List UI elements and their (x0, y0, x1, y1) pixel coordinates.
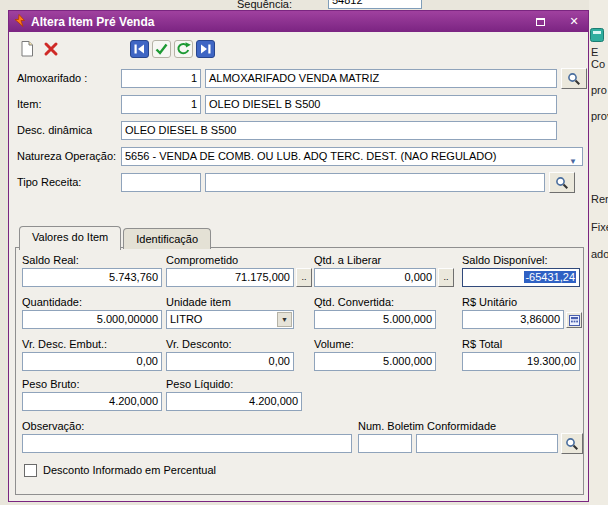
almoxarifado-name-field[interactable]: ALMOXARIFADO VENDA MATRIZ (205, 69, 557, 88)
background-text-fragment: ados (591, 248, 608, 260)
desconto-percentual-checkbox[interactable] (24, 464, 37, 477)
last-record-icon (196, 40, 215, 58)
tipo-receita-label: Tipo Receita: (17, 176, 81, 188)
maximize-icon (536, 18, 545, 26)
tipo-receita-code-field[interactable] (121, 173, 201, 192)
tipo-receita-name-field[interactable] (205, 173, 545, 192)
qtd-a-liberar-label: Qtd. a Liberar (314, 254, 381, 266)
chevron-down-icon: ▼ (277, 312, 292, 327)
vr-desconto-field[interactable]: 0,00 (166, 352, 294, 371)
unidade-item-value: LITRO (170, 313, 202, 325)
maximize-button[interactable] (530, 14, 550, 30)
volume-label: Volume: (314, 338, 354, 350)
volume-field[interactable]: 5.000,000 (314, 352, 436, 371)
unidade-item-select[interactable]: LITRO ▼ (166, 310, 294, 329)
observacao-label: Observação: (22, 420, 84, 432)
peso-liquido-field[interactable]: 4.200,000 (166, 392, 302, 411)
almoxarifado-lookup-button[interactable] (561, 68, 587, 89)
desc-dinamica-field[interactable]: OLEO DIESEL B S500 (121, 121, 557, 140)
dialog-titlebar[interactable]: Altera Item Pré Venda ✕ (9, 11, 588, 32)
close-button[interactable]: ✕ (564, 14, 584, 30)
natureza-operacao-label: Natureza Operação: (17, 150, 116, 162)
comprometido-label: Comprometido (166, 254, 238, 266)
comprometido-field[interactable]: 71.175,000 (166, 268, 294, 287)
background-text-fragment: prov (591, 110, 608, 122)
magnifier-icon (565, 437, 579, 451)
almoxarifado-label: Almoxarifado : (17, 72, 87, 84)
calculator-icon (569, 315, 580, 326)
delete-item-button[interactable] (41, 39, 61, 59)
num-boletim-label: Num. Boletim Conformidade (358, 420, 496, 432)
dialog-title: Altera Item Pré Venda (31, 15, 516, 29)
tab-valores-do-item[interactable]: Valores do Item (19, 226, 121, 250)
saldo-disponivel-label: Saldo Disponível: (462, 254, 548, 266)
vr-desc-embut-field[interactable]: 0,00 (22, 352, 162, 371)
rs-total-field[interactable]: 19.300,00 (462, 352, 580, 371)
qtd-a-liberar-field[interactable]: 0,000 (314, 268, 436, 287)
item-code-field[interactable]: 1 (121, 95, 201, 114)
qtd-convertida-label: Qtd. Convertida: (314, 296, 394, 308)
qtd-convertida-field[interactable]: 5.000,000 (314, 310, 436, 329)
unidade-item-label: Unidade item (166, 296, 231, 308)
sequencia-label: Sequência: (237, 0, 292, 10)
almoxarifado-code-field[interactable]: 1 (121, 69, 201, 88)
quantidade-field[interactable]: 5.000,00000 (22, 310, 162, 329)
item-name-field[interactable]: OLEO DIESEL B S500 (205, 95, 557, 114)
magnifier-icon (555, 176, 569, 190)
red-x-icon (43, 41, 59, 57)
peso-bruto-field[interactable]: 4.200,000 (22, 392, 162, 411)
valores-panel: Saldo Real: 5.743,760 Comprometido 71.17… (15, 247, 584, 495)
new-item-button[interactable] (17, 39, 37, 59)
tab-identificacao[interactable]: Identificação (123, 228, 211, 249)
rs-unitario-label: R$ Unitário (462, 296, 517, 308)
num-boletim-desc-field[interactable] (416, 434, 558, 453)
saldo-real-label: Saldo Real: (22, 254, 79, 266)
saldo-disponivel-field[interactable]: -65431,24 (462, 268, 580, 287)
background-app-icon (590, 28, 604, 44)
vr-desc-embut-label: Vr. Desc. Embut.: (22, 338, 107, 350)
num-boletim-lookup-button[interactable] (561, 433, 583, 454)
background-window-edge: E Co pro prov Rent Fixe ados (589, 0, 608, 505)
background-text-fragment: pro (591, 84, 607, 96)
nav-last-button[interactable] (195, 39, 215, 59)
sequencia-field[interactable]: 54812 (328, 0, 422, 9)
rs-unitario-field[interactable]: 3,86000 (462, 310, 564, 329)
dialog-icon (13, 14, 26, 29)
natureza-operacao-select[interactable]: 5656 - VENDA DE COMB. OU LUB. ADQ TERC. … (121, 147, 583, 166)
qtd-a-liberar-detail-button[interactable]: .. (438, 268, 454, 287)
background-text-fragment: E (591, 46, 598, 58)
background-text-fragment: Rent (591, 193, 608, 205)
vr-desconto-label: Vr. Desconto: (166, 338, 232, 350)
new-page-icon (18, 40, 36, 58)
quantidade-label: Quantidade: (22, 296, 82, 308)
magnifier-icon (567, 72, 581, 86)
refresh-button[interactable] (173, 39, 193, 59)
saldo-real-field[interactable]: 5.743,760 (22, 268, 162, 287)
tipo-receita-lookup-button[interactable] (549, 172, 575, 193)
background-text-fragment: Fixe (591, 221, 608, 233)
item-label: Item: (17, 98, 41, 110)
desc-dinamica-label: Desc. dinâmica (17, 124, 92, 136)
peso-bruto-label: Peso Bruto: (22, 378, 79, 390)
altera-item-pre-venda-dialog: Altera Item Pré Venda ✕ Almoxarifado : 1… (8, 10, 589, 502)
first-record-icon (130, 40, 149, 58)
screen: { "background": { "sequencia_label": "Se… (0, 0, 608, 505)
tab-bar: Valores do ItemIdentificação (19, 226, 213, 250)
desconto-percentual-checkbox-label: Desconto Informado em Percentual (43, 464, 216, 476)
background-text-fragment: Co (591, 58, 605, 70)
chevron-down-icon: ▼ (569, 153, 577, 166)
confirm-button[interactable] (151, 39, 171, 59)
refresh-icon (174, 40, 193, 58)
desconto-percentual-checkbox-row: Desconto Informado em Percentual (24, 464, 216, 477)
saldo-disponivel-selected-text: -65431,24 (524, 271, 576, 283)
green-check-icon (152, 40, 171, 58)
rs-total-label: R$ Total (462, 338, 502, 350)
num-boletim-code-field[interactable] (358, 434, 412, 453)
natureza-operacao-value: 5656 - VENDA DE COMB. OU LUB. ADQ TERC. … (125, 150, 496, 162)
comprometido-detail-button[interactable]: .. (296, 268, 312, 287)
peso-liquido-label: Peso Líquido: (166, 378, 233, 390)
nav-first-button[interactable] (129, 39, 149, 59)
rs-unitario-calc-button[interactable] (566, 312, 582, 328)
observacao-field[interactable] (22, 434, 352, 453)
